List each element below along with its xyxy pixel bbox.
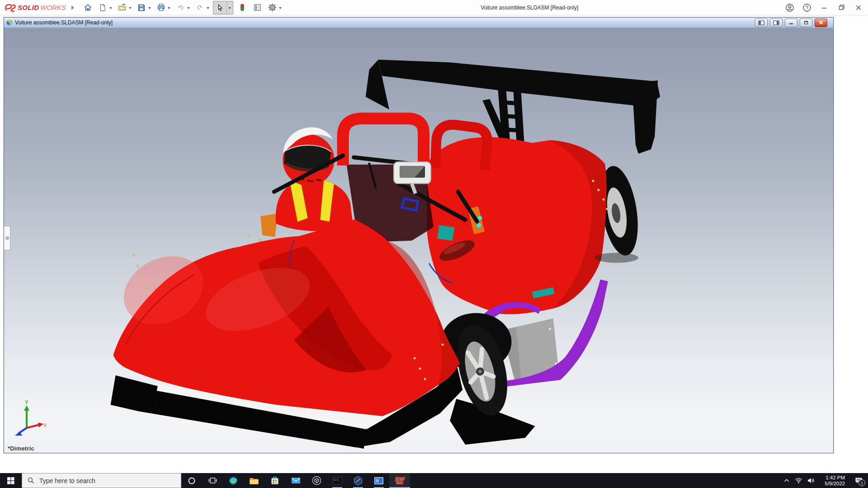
- windows-logo-icon: [7, 477, 14, 484]
- wifi-button[interactable]: [793, 473, 805, 488]
- redo-button[interactable]: [193, 1, 206, 14]
- photos-button[interactable]: [368, 473, 389, 488]
- mail-button[interactable]: [285, 473, 306, 488]
- mdi-area: Voiture assomblee.SLDASM [Read-only]: [0, 15, 868, 473]
- undo-icon: [176, 3, 185, 12]
- microsoft-store-button[interactable]: [264, 473, 285, 488]
- options-gear-icon: [268, 3, 277, 12]
- doc-minimize-button[interactable]: [785, 19, 797, 27]
- search-icon: [28, 477, 34, 484]
- pane-right-button[interactable]: [770, 19, 783, 27]
- action-center-button[interactable]: 1: [849, 473, 868, 488]
- mail-icon: [291, 477, 301, 484]
- close-icon: [855, 5, 862, 11]
- select-button[interactable]: [213, 1, 226, 14]
- solidworks-2021-button[interactable]: SW 2021: [389, 473, 410, 488]
- task-view-icon: [208, 477, 217, 484]
- chevron-up-icon: [784, 479, 789, 483]
- svg-text:?: ?: [806, 5, 808, 10]
- doc-close-button[interactable]: [815, 19, 827, 27]
- minimize-icon: [821, 5, 827, 11]
- task-view-button[interactable]: [202, 473, 223, 488]
- select-caret-icon: [228, 7, 231, 9]
- triad-y-label: Y: [25, 400, 28, 405]
- file-explorer-button[interactable]: [244, 473, 264, 488]
- command-prompt-button[interactable]: C:\_: [327, 473, 348, 488]
- taskbar-search[interactable]: [22, 473, 181, 488]
- account-button[interactable]: [781, 0, 798, 15]
- document-titlebar[interactable]: Voiture assomblee.SLDASM [Read-only]: [4, 18, 833, 28]
- select-caret-cell[interactable]: [226, 2, 233, 14]
- redo-caret-icon[interactable]: [207, 7, 209, 9]
- pane-left-button[interactable]: [755, 19, 768, 27]
- save-icon: [137, 4, 146, 12]
- open-caret-icon[interactable]: [129, 7, 132, 9]
- photos-icon: [374, 477, 384, 485]
- app-titlebar: SOLIDWORKS: [0, 0, 868, 15]
- redo-icon: [196, 3, 204, 12]
- print-icon: [157, 3, 165, 12]
- options-caret-icon[interactable]: [279, 7, 282, 9]
- window-controls: ?: [781, 0, 867, 15]
- 3d-viewer-icon: [312, 476, 321, 485]
- car-model[interactable]: [4, 28, 833, 452]
- taskbar-clock[interactable]: 1:42 PM 5/9/2022: [820, 475, 845, 487]
- triad-x-label: X: [43, 422, 47, 428]
- desktop: SOLIDWORKS: [0, 0, 868, 488]
- pane-right-icon: [773, 20, 779, 25]
- pane-left-icon: [758, 20, 764, 25]
- clock-date: 5/9/2022: [820, 481, 845, 487]
- tray-expand-button[interactable]: [780, 473, 793, 488]
- 3d-viewer-button[interactable]: [306, 473, 327, 488]
- restore-button[interactable]: [833, 0, 850, 15]
- graphics-viewport[interactable]: Y X *Dimetric: [4, 28, 833, 452]
- wifi-icon: [795, 478, 802, 483]
- view-orientation-label: *Dimetric: [8, 445, 34, 452]
- options-button[interactable]: [266, 1, 278, 14]
- app-title: Voiture assomblee.SLDASM [Read-only]: [481, 5, 578, 11]
- selection-filter-button[interactable]: [236, 1, 249, 14]
- doc-close-icon: [818, 20, 824, 25]
- search-input[interactable]: [38, 477, 167, 485]
- edge-button[interactable]: [223, 473, 244, 488]
- toolbar-expand-arrow-icon[interactable]: [71, 5, 74, 10]
- collapsed-tab-dot-icon: [5, 236, 9, 240]
- new-document-caret-icon[interactable]: [109, 7, 112, 9]
- save-caret-icon[interactable]: [148, 7, 151, 9]
- minimize-button[interactable]: [816, 0, 833, 15]
- edrawings-button[interactable]: [348, 473, 368, 488]
- new-document-icon: [99, 4, 107, 12]
- document-window: Voiture assomblee.SLDASM [Read-only]: [4, 17, 834, 453]
- save-button[interactable]: [135, 1, 148, 14]
- new-document-button[interactable]: [96, 1, 109, 14]
- print-caret-icon[interactable]: [168, 7, 170, 9]
- start-button[interactable]: [0, 473, 22, 488]
- help-icon: ?: [802, 3, 811, 12]
- brand-solid: SOLID: [18, 4, 39, 11]
- doc-restore-button[interactable]: [800, 19, 812, 27]
- doc-minimize-icon: [788, 20, 794, 25]
- open-folder-icon: [118, 3, 127, 12]
- edge-icon: [228, 476, 238, 486]
- restore-icon: [838, 4, 845, 11]
- taskbar: C:\_ SW 2021: [0, 473, 868, 488]
- featuremanager-collapsed-tab[interactable]: [4, 226, 10, 250]
- document-window-buttons: [753, 19, 827, 27]
- cortana-button[interactable]: [181, 473, 202, 488]
- command-prompt-icon: C:\_: [333, 477, 342, 484]
- file-properties-button[interactable]: [251, 1, 264, 14]
- volume-button[interactable]: [805, 473, 817, 488]
- assembly-icon: [6, 19, 13, 26]
- quick-access-toolbar: [81, 1, 285, 14]
- home-button[interactable]: [81, 1, 94, 14]
- help-button[interactable]: ?: [798, 0, 816, 15]
- open-button[interactable]: [116, 1, 128, 14]
- close-button[interactable]: [850, 0, 867, 15]
- file-properties-icon: [253, 3, 262, 12]
- cortana-icon: [188, 477, 196, 485]
- brand-works: WORKS: [40, 4, 66, 11]
- print-button[interactable]: [155, 1, 167, 14]
- select-arrow-icon: [216, 4, 224, 12]
- undo-caret-icon[interactable]: [187, 7, 190, 9]
- undo-button[interactable]: [174, 1, 187, 14]
